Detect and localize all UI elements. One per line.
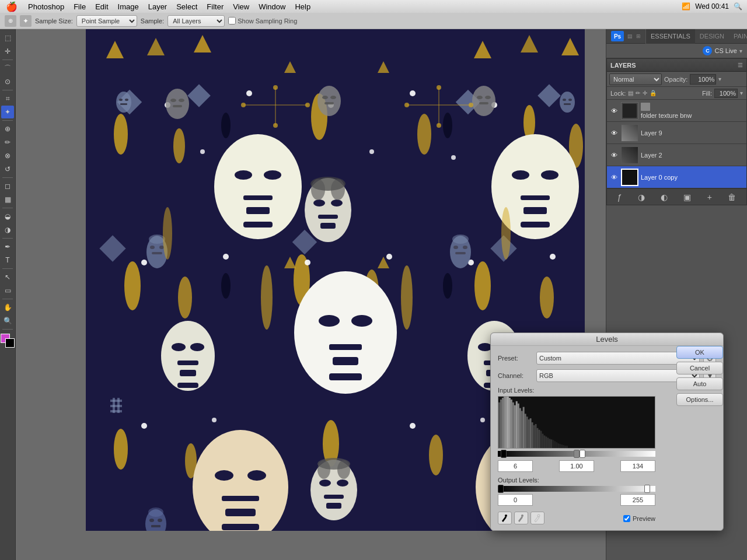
svg-point-180 [221,113,231,138]
search-icon[interactable]: 🔍 [734,2,742,10]
zoom-tool[interactable]: 🔍 [1,314,14,327]
hand-tool[interactable]: ✋ [1,301,14,314]
path-select-tool[interactable]: ↖ [1,271,14,284]
cs-live-label[interactable]: CS Live [714,47,737,54]
layer-mask-button[interactable]: ◑ [638,192,645,202]
menu-help[interactable]: Help [290,2,315,11]
lock-all-icon[interactable]: 🔒 [650,90,657,96]
svg-rect-231 [585,447,603,448]
menu-file[interactable]: File [69,2,90,11]
healing-brush[interactable]: ⊕ [1,123,14,135]
layer-item-0-copy[interactable]: 👁 Layer 0 copy [607,166,746,188]
menu-select[interactable]: Select [172,2,202,11]
lasso-tool[interactable]: ⌒ [1,62,14,75]
fill-input[interactable] [714,89,738,98]
layers-menu-icon[interactable]: ☰ [738,62,743,68]
menu-view[interactable]: View [228,2,254,11]
color-swatch[interactable] [1,334,15,348]
svg-rect-88 [479,102,488,104]
channel-select[interactable]: RGB Red Green Blue [536,369,700,382]
workspace-design-tab[interactable]: DESIGN [695,29,729,44]
output-highlight-value[interactable] [620,494,655,506]
menu-photoshop[interactable]: Photoshop [23,2,69,11]
quick-select-tool[interactable]: ⊙ [1,75,14,88]
layer-adjustment-button[interactable]: ◐ [661,192,668,202]
layer-group-button[interactable]: ▣ [683,192,691,202]
input-shadow-value[interactable] [498,460,533,472]
layer-new-button[interactable]: + [707,192,712,202]
highlight-eyedropper[interactable] [530,512,544,524]
layer-visibility-2[interactable]: 👁 [609,150,619,160]
menu-filter[interactable]: Filter [202,2,228,11]
layer-item-2[interactable]: 👁 Layer 2 [607,144,746,166]
opacity-input[interactable] [690,74,716,85]
svg-point-34 [141,260,147,265]
highlight-slider[interactable] [580,450,585,458]
svg-point-144 [437,123,441,128]
eyedropper-tool[interactable]: ✦ [1,106,14,118]
gray-eyedropper[interactable] [514,512,528,524]
layer-visibility-0-copy[interactable]: 👁 [609,173,619,182]
midtone-slider[interactable] [574,450,580,458]
layer-visibility-9[interactable]: 👁 [609,128,619,138]
brush-tool[interactable]: ✏ [1,136,14,149]
move-tool[interactable]: ✛ [1,45,14,58]
sample-size-select[interactable]: Point Sample 3 by 3 Average 5 by 5 Avera… [76,15,137,27]
fill-dropdown[interactable]: ▾ [740,90,743,96]
menu-layer[interactable]: Layer [144,2,172,11]
shadow-slider[interactable] [501,450,507,458]
workspace-essentials-tab[interactable]: ESSENTIALS [645,29,695,44]
input-highlight-value[interactable] [620,460,655,472]
show-sampling-check[interactable] [228,17,236,24]
layer-fx-button[interactable]: ƒ [617,192,622,202]
shape-tool[interactable]: ▭ [1,284,14,297]
shadow-eyedropper[interactable] [498,512,512,524]
svg-point-141 [241,103,246,107]
layer-item-folder[interactable]: 👁 folder texture bnw [607,100,746,122]
input-slider-track[interactable] [498,451,655,457]
apple-menu[interactable]: 🍎 [0,1,23,12]
background-color[interactable] [5,338,15,348]
show-sampling-label[interactable]: Show Sampling Ring [228,17,297,24]
preview-checkbox[interactable] [623,515,630,522]
workspace-painting-tab[interactable]: PAINTING [729,29,747,44]
blur-tool[interactable]: ◒ [1,210,14,223]
cs-live-dropdown[interactable]: ▾ [739,48,742,54]
svg-point-133 [568,99,572,101]
svg-rect-69 [225,509,256,516]
menu-edit[interactable]: Edit [90,2,113,11]
svg-point-143 [437,85,441,90]
type-tool[interactable]: T [1,254,14,267]
output-shadow-value[interactable] [498,494,533,506]
lock-paint-icon[interactable]: ✏ [636,90,640,96]
ok-button[interactable]: OK [676,346,723,359]
gradient-tool[interactable]: ▦ [1,193,14,206]
eraser-tool[interactable]: ◻ [1,180,14,192]
clone-tool[interactable]: ⊗ [1,149,14,162]
lock-position-icon[interactable]: ✛ [643,90,647,96]
output-slider-track[interactable] [498,486,655,492]
pen-tool[interactable]: ✒ [1,240,14,253]
output-highlight-slider[interactable] [644,485,650,493]
menu-window[interactable]: Window [254,2,290,11]
cancel-button[interactable]: Cancel [676,362,723,374]
layer-delete-button[interactable]: 🗑 [728,192,736,202]
blend-mode-select[interactable]: Normal Multiply Screen Overlay [609,74,662,85]
layer-item-9[interactable]: 👁 Layer 9 [607,122,746,144]
layer-visibility-folder[interactable]: 👁 [609,106,619,116]
preset-select[interactable]: Custom Default Darker Increase Contrast … [536,352,700,365]
input-gamma-value[interactable] [559,460,594,472]
output-shadow-slider[interactable] [498,485,504,493]
sample-select[interactable]: All Layers Current Layer [167,15,225,27]
marquee-tool[interactable]: ⬚ [1,32,14,44]
svg-rect-63 [333,357,358,365]
crop-tool[interactable]: ⌗ [1,92,14,105]
auto-button[interactable]: Auto [676,377,723,390]
options-button[interactable]: Options... [676,393,723,406]
lock-transparency-icon[interactable]: ▤ [628,90,633,96]
dodge-tool[interactable]: ◑ [1,223,14,236]
opacity-dropdown[interactable]: ▾ [718,76,721,82]
menu-image[interactable]: Image [113,2,144,11]
history-brush[interactable]: ↺ [1,163,14,176]
svg-point-32 [451,155,456,160]
